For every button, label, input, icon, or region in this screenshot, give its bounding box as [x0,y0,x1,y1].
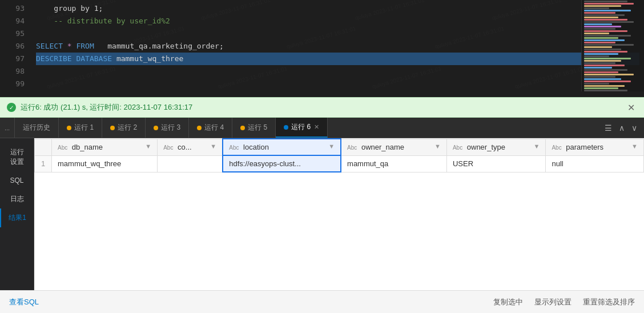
col-filter-co[interactable]: ▼ [210,143,216,150]
col-type-owner-type: Abc [453,145,462,151]
main-panel: 运行设置 SQL 日志 结果1 Abc db_name ▼ [0,138,644,290]
sidebar-item-result1-label: 结果1 [9,214,26,222]
code-line-94: -- distribute by user_id%2 [36,15,639,27]
sidebar-item-sql[interactable]: SQL [0,171,34,190]
sidebar-item-run-settings-label: 运行设置 [10,148,24,166]
tab-run-history[interactable]: 运行历史 [15,118,59,138]
col-header-db-name[interactable]: Abc db_name ▼ [52,139,158,155]
code-line-97: DESCRIBE DATABASE mammut_wq_three [36,53,639,65]
reset-filter-button[interactable]: 重置筛选及排序 [583,297,635,307]
success-icon [7,103,16,112]
col-filter-owner-name[interactable]: ▼ [434,143,441,150]
tabs-controls: ☰ ∧ ∨ [598,118,644,138]
tab-run-4[interactable]: 运行 4 [189,118,232,138]
col-name-db-name: db_name [72,143,103,151]
code-line-95 [36,27,639,40]
col-type-location: Abc [229,145,239,151]
row-number-header [35,139,52,155]
cell-db-name-1[interactable]: mammut_wq_three [52,155,158,172]
tab-close-icon[interactable]: ✕ [314,123,319,131]
tab-dot [284,125,288,130]
col-type-co: Abc [163,145,173,151]
col-name-owner-type: owner_type [467,143,505,151]
tab-dot [154,126,158,130]
col-name-owner-name: owner_name [361,143,404,151]
tab-dot [110,126,115,130]
col-name-parameters: parameters [566,143,603,151]
close-success-button[interactable]: ✕ [625,102,637,113]
sidebar-item-log[interactable]: 日志 [0,190,34,208]
cell-location-1[interactable]: hdfs://easyops-clust... [223,155,341,172]
success-bar: 运行6: 成功 (21.1) s, 运行时间: 2023-11-07 16:31… [0,97,644,118]
code-editor: 93 94 95 96 97 98 99 group by 1; -- dist… [0,0,644,97]
cell-owner-name-1[interactable]: mammut_qa [341,155,446,172]
tab-run-3-label: 运行 3 [161,123,180,133]
col-filter-location[interactable]: ▼ [328,143,335,150]
col-type-parameters: Abc [552,145,561,151]
left-sidebar: 运行设置 SQL 日志 结果1 [0,138,34,290]
cell-parameters-1[interactable]: null [546,155,644,172]
tab-more[interactable]: ... [0,118,15,138]
code-line-93: group by 1; [36,2,639,15]
tab-run-6-label: 运行 6 [291,122,311,132]
tab-dot [197,126,202,130]
code-line-98 [36,65,639,78]
tab-run-3[interactable]: 运行 3 [146,118,189,138]
col-header-parameters[interactable]: Abc parameters ▼ [546,139,644,155]
tabs-up-button[interactable]: ∧ [617,122,627,134]
sidebar-item-result1[interactable]: 结果1 [0,208,34,227]
tab-run-6[interactable]: 运行 6 ✕ [276,118,328,138]
tabs-down-button[interactable]: ∨ [629,122,639,134]
col-type-owner-name: Abc [347,145,357,151]
code-line-96: SELECT * FROM mammut_qa.marketing_order; [36,40,639,53]
tab-run-2-label: 运行 2 [118,123,137,133]
tab-run-5[interactable]: 运行 5 [232,118,276,138]
bottom-bar-right: 复制选中 显示列设置 重置筛选及排序 [493,297,635,307]
bottom-bar: 查看SQL 复制选中 显示列设置 重置筛选及排序 [0,290,644,313]
row-number-1: 1 [35,155,52,172]
col-header-owner-name[interactable]: Abc owner_name ▼ [341,139,446,155]
cell-owner-type-1[interactable]: USER [446,155,546,172]
col-name-location: location [243,143,269,151]
tab-run-2[interactable]: 运行 2 [102,118,146,138]
col-header-co[interactable]: Abc co... ▼ [158,139,223,155]
tab-run-4-label: 运行 4 [204,123,224,133]
tab-run-5-label: 运行 5 [248,123,267,133]
copy-selected-button[interactable]: 复制选中 [493,297,523,307]
table-row: 1 mammut_wq_three hdfs://easyops-clust..… [35,155,644,172]
success-text: 运行6: 成功 (21.1) s, 运行时间: 2023-11-07 16:31… [21,102,192,113]
col-name-co: co... [178,143,192,151]
tabs-bar: ... 运行历史 运行 1 运行 2 运行 3 运行 4 运行 5 运行 6 ✕… [0,118,644,138]
sidebar-item-run-settings[interactable]: 运行设置 [0,143,34,171]
tab-dot [67,126,71,130]
line-numbers: 93 94 95 96 97 98 99 [0,0,31,97]
col-header-location[interactable]: Abc location ▼ [223,139,341,155]
tab-run-1[interactable]: 运行 1 [59,118,102,138]
sidebar-item-sql-label: SQL [10,176,23,184]
show-columns-button[interactable]: 显示列设置 [534,297,571,307]
col-type-db-name: Abc [58,145,67,151]
col-filter-parameters[interactable]: ▼ [631,143,638,150]
col-filter-owner-type[interactable]: ▼ [534,143,540,150]
code-line-99 [36,78,639,90]
cell-co-1[interactable] [158,155,223,172]
tab-run-history-label: 运行历史 [23,123,50,133]
code-minimap [581,0,644,91]
sidebar-item-log-label: 日志 [10,195,24,203]
tab-run-1-label: 运行 1 [74,123,94,133]
view-sql-link[interactable]: 查看SQL [9,297,39,307]
tab-dot [240,126,245,130]
result-table-area[interactable]: Abc db_name ▼ Abc co... ▼ Abc location ▼ [34,138,644,290]
result-table: Abc db_name ▼ Abc co... ▼ Abc location ▼ [34,138,644,172]
code-lines: group by 1; -- distribute by user_id%2 S… [31,0,644,97]
col-filter-db-name[interactable]: ▼ [145,143,151,150]
tabs-menu-button[interactable]: ☰ [602,122,614,134]
col-header-owner-type[interactable]: Abc owner_type ▼ [446,139,546,155]
